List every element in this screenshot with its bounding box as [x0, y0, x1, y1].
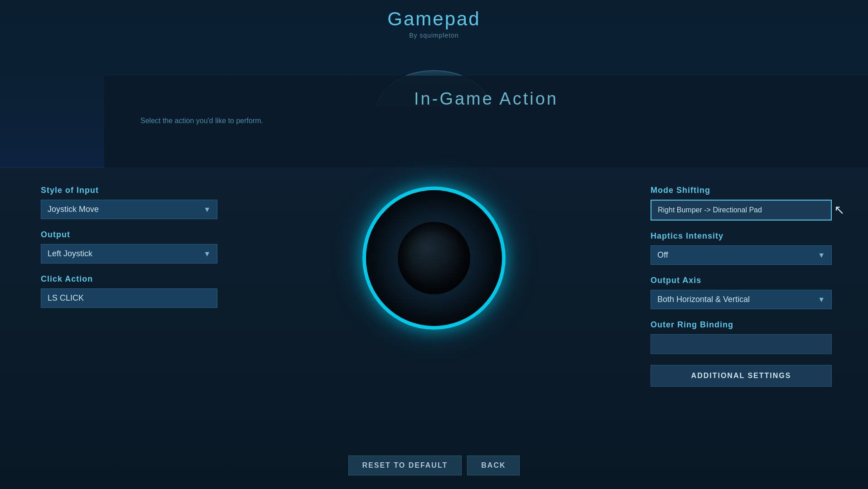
output-axis-dropdown[interactable]: Both Horizontal & Vertical ▼	[651, 290, 832, 309]
left-panel: Style of Input Joystick Move ▼ Output Le…	[41, 186, 217, 308]
outer-ring-binding-box[interactable]	[651, 334, 832, 354]
cursor-icon: ↖	[834, 204, 844, 216]
output-axis-arrow-icon: ▼	[818, 296, 825, 304]
output-axis-label: Output Axis	[651, 276, 832, 285]
mode-shifting-dropdown[interactable]: Right Bumper -> Directional Pad ↖	[651, 200, 832, 221]
click-action-label: Click Action	[41, 274, 217, 284]
joystick-visualization	[366, 190, 502, 326]
style-of-input-arrow-icon: ▼	[203, 206, 211, 214]
header: Gamepad By squimpleton	[0, 0, 868, 39]
output-arrow-icon: ▼	[203, 250, 211, 258]
haptics-dropdown[interactable]: Off ▼	[651, 245, 832, 265]
additional-settings-label: ADDITIONAL SETTINGS	[691, 372, 791, 379]
style-of-input-dropdown[interactable]: Joystick Move ▼	[41, 200, 217, 219]
style-of-input-label: Style of Input	[41, 186, 217, 195]
outer-ring-label: Outer Ring Binding	[651, 320, 832, 330]
haptics-label: Haptics Intensity	[651, 231, 832, 241]
haptics-value: Off	[657, 250, 668, 260]
app-title: Gamepad	[0, 8, 868, 30]
joystick-inner	[398, 222, 470, 294]
center-panel	[217, 186, 651, 326]
style-of-input-value: Joystick Move	[48, 205, 99, 214]
app-subtitle: By squimpleton	[0, 32, 868, 39]
haptics-arrow-icon: ▼	[818, 251, 825, 259]
mode-shifting-label: Mode Shifting	[651, 186, 832, 195]
back-label: BACK	[481, 461, 506, 469]
output-value: Left Joystick	[48, 249, 92, 259]
reset-label: RESET TO DEFAULT	[362, 461, 448, 469]
output-label: Output	[41, 230, 217, 240]
click-action-box[interactable]: LS CLICK	[41, 288, 217, 308]
action-title: In-Game Action	[104, 76, 868, 109]
right-panel: Mode Shifting Right Bumper -> Directiona…	[651, 186, 832, 387]
output-dropdown[interactable]: Left Joystick ▼	[41, 244, 217, 264]
reset-to-default-button[interactable]: RESET TO DEFAULT	[348, 455, 462, 475]
action-panel: In-Game Action Select the action you'd l…	[104, 76, 868, 173]
output-axis-value: Both Horizontal & Vertical	[657, 295, 750, 304]
joystick-outer-ring	[366, 190, 502, 326]
click-action-value: LS CLICK	[48, 293, 84, 302]
back-button[interactable]: BACK	[467, 455, 520, 475]
mode-shifting-value: Right Bumper -> Directional Pad	[658, 206, 762, 214]
settings-area: Style of Input Joystick Move ▼ Output Le…	[0, 168, 868, 489]
additional-settings-button[interactable]: ADDITIONAL SETTINGS	[651, 365, 832, 387]
action-subtitle: Select the action you'd like to perform.	[104, 109, 868, 125]
bottom-bar: RESET TO DEFAULT BACK	[0, 455, 868, 475]
